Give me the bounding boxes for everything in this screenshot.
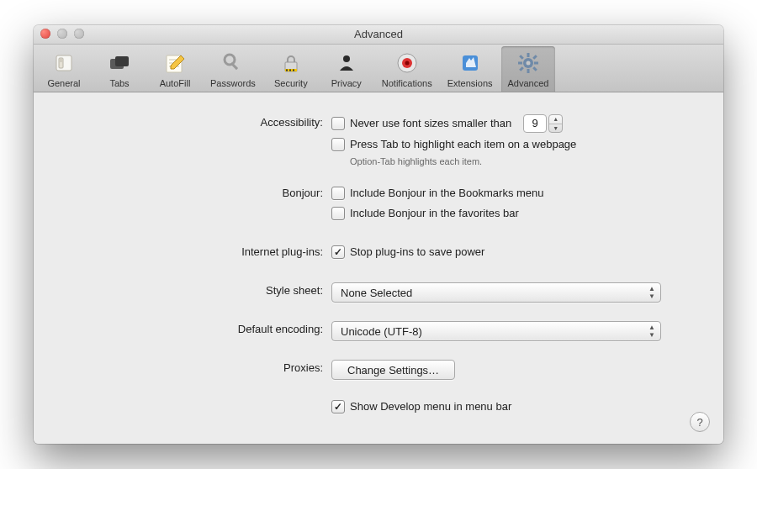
preferences-toolbar: General Tabs AutoFill <box>34 45 723 92</box>
stylesheet-value: None Selected <box>341 287 412 299</box>
svg-rect-15 <box>289 70 291 71</box>
toolbar-label: Extensions <box>447 78 493 88</box>
bonjour-bookmarks-checkbox[interactable] <box>331 187 345 200</box>
toolbar-label: Passwords <box>210 78 256 88</box>
never-smaller-font-label: Never use font sizes smaller than <box>350 115 511 132</box>
never-smaller-font-checkbox[interactable] <box>331 117 345 130</box>
toolbar-extensions[interactable]: Extensions <box>441 46 500 92</box>
svg-rect-25 <box>518 62 522 65</box>
toolbar-label: Notifications <box>382 78 432 88</box>
svg-rect-28 <box>532 66 537 71</box>
toolbar-advanced[interactable]: Advanced <box>501 46 556 92</box>
key-icon <box>220 50 246 76</box>
toolbar-privacy[interactable]: Privacy <box>320 46 373 92</box>
svg-point-10 <box>225 55 235 65</box>
stop-plugins-checkbox[interactable] <box>331 245 345 259</box>
toolbar-label: Advanced <box>508 78 549 88</box>
switch-icon <box>50 50 77 76</box>
help-button[interactable]: ? <box>690 412 710 432</box>
pencil-form-icon <box>161 50 188 76</box>
min-font-size-stepper[interactable]: ▲ ▼ <box>548 114 563 133</box>
toolbar-label: Tabs <box>109 78 129 88</box>
notifications-icon <box>394 50 421 76</box>
close-window-button[interactable] <box>40 29 50 39</box>
preferences-window: Advanced General Tabs <box>34 25 723 444</box>
svg-rect-14 <box>286 70 288 71</box>
accessibility-label: Accessibility: <box>62 114 331 129</box>
svg-rect-24 <box>527 69 530 73</box>
popup-arrows-icon: ▲▼ <box>648 324 655 339</box>
encoding-value: Unicode (UTF-8) <box>341 325 422 338</box>
svg-rect-29 <box>532 55 537 60</box>
min-font-size-field[interactable]: 9 <box>523 114 547 133</box>
toolbar-notifications[interactable]: Notifications <box>375 46 439 92</box>
change-settings-button-label: Change Settings… <box>347 364 439 377</box>
stepper-up-icon: ▲ <box>549 115 562 124</box>
svg-rect-26 <box>534 62 538 65</box>
svg-rect-27 <box>519 55 524 60</box>
plugins-label: Internet plug-ins: <box>62 244 331 258</box>
popup-arrows-icon: ▲▼ <box>648 285 655 300</box>
toolbar-autofill[interactable]: AutoFill <box>148 46 202 92</box>
bonjour-favorites-label: Include Bonjour in the favorites bar <box>350 205 519 222</box>
toolbar-tabs[interactable]: Tabs <box>93 46 146 92</box>
encoding-popup[interactable]: Unicode (UTF-8) ▲▼ <box>331 321 661 341</box>
bonjour-label: Bonjour: <box>62 185 331 199</box>
svg-rect-16 <box>293 70 294 71</box>
toolbar-general[interactable]: General <box>37 46 91 92</box>
titlebar: Advanced <box>34 25 723 45</box>
bonjour-bookmarks-label: Include Bonjour in the Bookmarks menu <box>350 185 544 202</box>
svg-rect-30 <box>519 66 524 71</box>
tabs-icon <box>106 50 133 76</box>
privacy-icon <box>333 50 360 76</box>
gear-icon <box>515 50 542 76</box>
encoding-label: Default encoding: <box>62 321 331 335</box>
extensions-icon <box>457 50 484 76</box>
toolbar-passwords[interactable]: Passwords <box>204 46 262 92</box>
stylesheet-label: Style sheet: <box>62 282 331 297</box>
show-develop-menu-label: Show Develop menu in menu bar <box>350 398 511 415</box>
toolbar-label: AutoFill <box>160 78 191 88</box>
svg-rect-23 <box>527 53 530 57</box>
toolbar-security[interactable]: Security <box>264 46 318 92</box>
zoom-window-button[interactable] <box>74 29 84 39</box>
proxies-label: Proxies: <box>62 360 331 374</box>
help-icon: ? <box>696 416 702 429</box>
press-tab-label: Press Tab to highlight each item on a we… <box>350 136 576 153</box>
svg-point-31 <box>527 61 531 66</box>
bonjour-favorites-checkbox[interactable] <box>331 207 345 220</box>
lock-icon <box>278 50 304 76</box>
toolbar-label: Privacy <box>331 78 362 88</box>
svg-rect-2 <box>61 59 62 62</box>
minimize-window-button[interactable] <box>57 29 67 39</box>
content-area: Accessibility: Never use font sizes smal… <box>34 92 723 444</box>
press-tab-hint: Option-Tab highlights each item. <box>350 156 695 166</box>
stepper-down-icon: ▼ <box>549 124 562 133</box>
change-settings-button[interactable]: Change Settings… <box>331 360 455 380</box>
show-develop-menu-checkbox[interactable] <box>331 400 345 413</box>
toolbar-label: General <box>47 78 80 88</box>
press-tab-checkbox[interactable] <box>331 138 345 151</box>
stop-plugins-label: Stop plug-ins to save power <box>350 244 484 261</box>
window-title: Advanced <box>354 28 403 40</box>
svg-rect-4 <box>115 56 129 66</box>
toolbar-label: Security <box>274 78 308 88</box>
svg-point-20 <box>405 61 409 66</box>
svg-point-17 <box>343 55 350 62</box>
stylesheet-popup[interactable]: None Selected ▲▼ <box>331 282 661 303</box>
